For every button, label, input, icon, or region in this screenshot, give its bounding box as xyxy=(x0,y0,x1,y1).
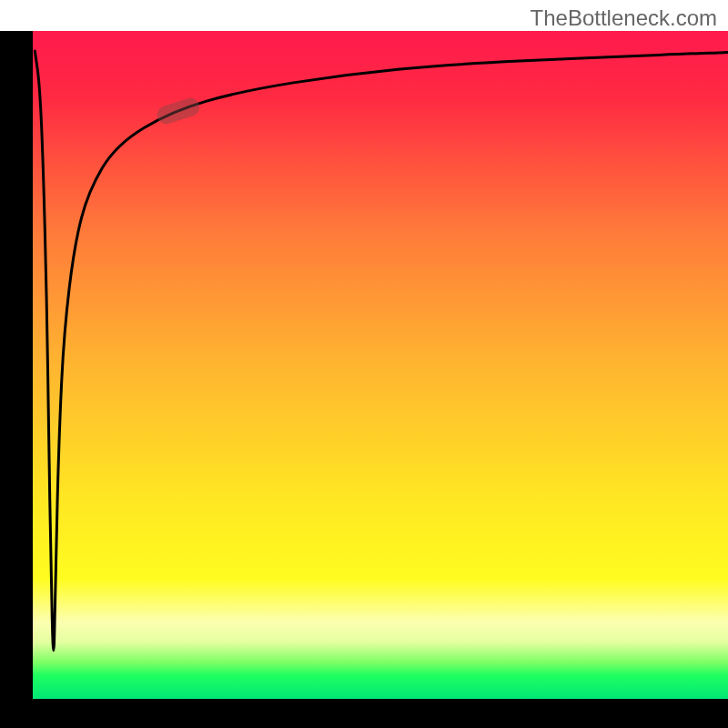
curve-svg xyxy=(33,31,728,699)
bottleneck-curve xyxy=(35,51,728,651)
chart-container xyxy=(0,0,728,728)
y-axis-bar xyxy=(0,31,33,699)
watermark-text: TheBottleneck.com xyxy=(531,5,717,31)
x-axis-bar xyxy=(0,699,728,728)
